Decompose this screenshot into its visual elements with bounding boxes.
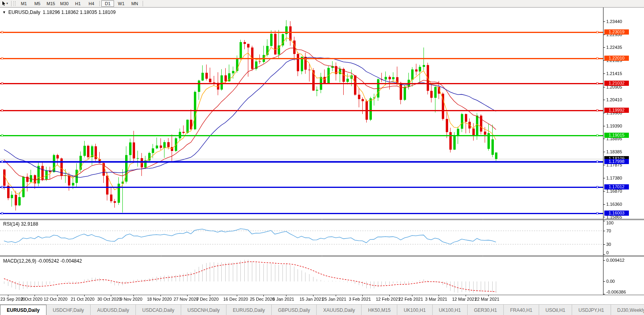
collapse-arrow-icon[interactable]: ▼ [2, 10, 6, 14]
macd-tick-label: 0.009412 [606, 258, 625, 263]
mt4-terminal: { "toolbar": { "cursor_tool": "pointer-c… [0, 0, 644, 315]
timeframe-buttons: M1M5M15M30H1H4D1W1MN [17, 0, 144, 7]
chevron-down-icon: ▾ [6, 2, 8, 5]
price-level-badge: 1.21032 [604, 81, 629, 86]
chart-tab-eurusd-daily[interactable]: EURUSD,Daily [226, 305, 272, 315]
chart-tab-ger30-h1[interactable]: GER30,H1 [468, 305, 504, 315]
date-axis-label: 18 Nov 2020 [147, 297, 172, 301]
date-axis-label: 9 Nov 2020 [120, 297, 142, 301]
chart-tab-fra40-h1[interactable]: FRA40,H1 [504, 305, 539, 315]
timeframe-button-d1[interactable]: D1 [101, 0, 114, 7]
macd-indicator-label: MACD(12,26,9) -0.005242 -0.004842 [3, 258, 82, 264]
chart-tab-usoil-h1[interactable]: USOil,H1 [539, 305, 572, 315]
cursor-tool-button[interactable]: ▾ [0, 0, 10, 7]
date-axis-label: 16 Dec 2020 [223, 297, 248, 301]
timeframe-button-h4[interactable]: H4 [85, 0, 98, 7]
timeframe-button-h1[interactable]: H1 [72, 0, 84, 7]
timeframe-button-w1[interactable]: W1 [115, 0, 128, 7]
date-axis-label: 21 Oct 2020 [71, 297, 95, 301]
date-axis-label: 22 Mar 2021 [475, 297, 499, 301]
chart-tab-uk100-h1[interactable]: UK100,H1 [397, 305, 432, 315]
chart-tab-usdchf-daily[interactable]: USDCHF,Daily [46, 305, 91, 315]
chart-tab-dj30-weekly[interactable]: DJ30,Weekly [611, 305, 644, 315]
price-level-badge: 1.19992 [604, 108, 629, 113]
rsi-indicator-label: RSI(14) 32.9188 [3, 221, 38, 227]
macd-tick-label: 0.00 [606, 279, 615, 284]
price-level-badge: 1.23019 [604, 29, 629, 35]
date-axis-label: 12 Oct 2020 [44, 297, 68, 301]
date-axis-label: 25 Dec 2020 [250, 297, 275, 301]
toolbar-separator [143, 1, 143, 6]
price-tick-label: 1.19390 [606, 124, 622, 128]
rsi-tick-label: 100 [606, 220, 613, 225]
rsi-tick-label: 30 [606, 242, 611, 247]
price-level-badge: 1.22010 [604, 56, 629, 61]
macd-tick-label: -0.006386 [606, 290, 626, 294]
chart-tab-gbpusd-daily[interactable]: GBPUSD,Daily [272, 305, 317, 315]
toolbar-separator [11, 1, 12, 6]
rsi-tick-label: 70 [606, 228, 611, 233]
timeframe-button-m30[interactable]: M30 [58, 0, 71, 7]
chart-tab-uk100-h1[interactable]: UK100,H1 [433, 305, 468, 315]
date-axis-label: 22 Feb 2021 [398, 297, 423, 301]
price-tick-label: 1.22435 [606, 45, 622, 50]
chart-tab-bar: EURUSD,DailyUSDCHF,DailyAUDUSD,DailyUSDC… [0, 304, 644, 315]
chart-tab-usdcad-daily[interactable]: USDCAD,Daily [136, 305, 181, 315]
chart-tab-audusd-daily[interactable]: AUDUSD,Daily [91, 305, 136, 315]
timeframe-button-m15[interactable]: M15 [44, 0, 57, 7]
price-level-badge: 1.17012 [604, 184, 629, 189]
chart-tab-xauusd-daily[interactable]: XAUUSD,Daily [317, 305, 362, 315]
timeframe-button-m5[interactable]: M5 [31, 0, 44, 7]
chart-tabs: EURUSD,DailyUSDCHF,DailyAUDUSD,DailyUSDC… [0, 305, 644, 315]
date-axis-label: 3 Mar 2021 [425, 297, 447, 301]
rsi-tick-label: 0 [606, 250, 609, 255]
chart-tab-usdcnh-daily[interactable]: USDCNH,Daily [181, 305, 226, 315]
chart-tab-usdjpy-h1[interactable]: USDJPY,H1 [572, 305, 611, 315]
date-axis-label: 30 Oct 2020 [97, 297, 121, 301]
date-axis-label: 2 Oct 2020 [21, 297, 43, 301]
toolbar: ▾ M1M5M15M30H1H4D1W1MN [0, 0, 644, 8]
price-tick-label: 1.20410 [606, 97, 622, 102]
price-level-badge: 1.16003 [604, 211, 629, 216]
chart-tab-eurusd-daily[interactable]: EURUSD,Daily [0, 305, 46, 315]
date-axis-label: 12 Mar 2021 [452, 297, 477, 301]
price-level-badge: 1.19015 [604, 133, 629, 138]
price-tick-label: 1.21415 [606, 71, 622, 76]
pointer-cursor-icon [2, 1, 6, 6]
chart-canvas[interactable] [0, 0, 644, 315]
price-tick-label: 1.23440 [606, 19, 622, 24]
date-axis-label: 3 Feb 2021 [349, 297, 371, 301]
timeframe-button-mn[interactable]: MN [128, 0, 141, 7]
price-tick-label: 1.16360 [606, 202, 622, 207]
date-axis-label: 15 Jan 2021 [300, 297, 324, 301]
date-axis-label: 25 Jan 2021 [322, 297, 346, 301]
toolbar-separator [99, 1, 100, 6]
date-axis-label: 7 Dec 2020 [196, 297, 219, 301]
date-axis-label: 6 Jan 2021 [273, 297, 294, 301]
price-level-badge: 1.17998 [604, 159, 629, 164]
symbol-period-label: EURUSD,Daily [8, 10, 41, 15]
chart-title: ▼ EURUSD,Daily 1.18296 1.18362 1.18035 1… [2, 10, 116, 15]
price-tick-label: 1.17380 [606, 176, 622, 180]
price-tick-label: 1.18385 [606, 149, 622, 154]
chart-tab-hk50-m15[interactable]: HK50,M15 [362, 305, 397, 315]
toolbar-grip[interactable] [14, 1, 15, 6]
ohlc-values: 1.18296 1.18362 1.18035 1.18109 [43, 10, 116, 15]
timeframe-button-m1[interactable]: M1 [17, 0, 30, 7]
date-axis-label: 27 Nov 2020 [174, 297, 198, 301]
date-axis-label: 12 Feb 2021 [376, 297, 400, 301]
